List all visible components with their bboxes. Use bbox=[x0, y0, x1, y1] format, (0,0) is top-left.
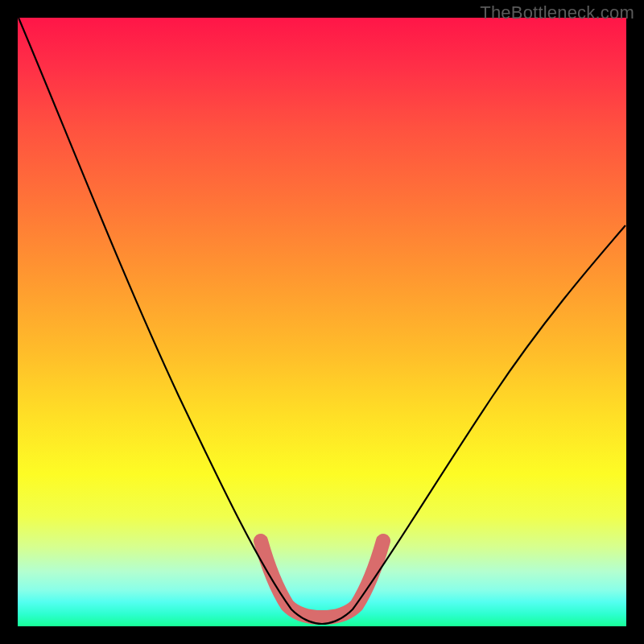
chart-svg bbox=[18, 18, 626, 626]
bottleneck-band bbox=[261, 541, 383, 617]
chart-plot-area bbox=[18, 18, 626, 626]
chart-frame: TheBottleneck.com bbox=[0, 0, 644, 644]
bottleneck-curve bbox=[19, 18, 625, 624]
watermark-text: TheBottleneck.com bbox=[480, 2, 634, 23]
